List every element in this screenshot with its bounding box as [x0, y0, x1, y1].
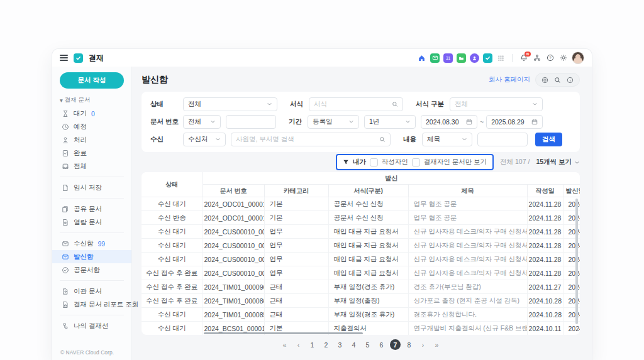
approval-icon[interactable]	[483, 53, 492, 63]
table-row[interactable]: 수신 대기2024_ODC01_000013기본공문서 수신 신청업무 협조 공…	[142, 197, 580, 211]
table-row[interactable]: 수신 대기2024_TIM01_000085근태부재 일정(경조 휴가)경조휴가…	[142, 308, 580, 322]
approver-checkbox-label[interactable]: 결재자인 문서만 보기	[424, 158, 487, 166]
cell-category: 근태	[264, 280, 328, 294]
table-row[interactable]: 수신 대기2024_CUS00010_000001업무매입 대금 지급 요청서신…	[142, 239, 580, 253]
author-checkbox-label[interactable]: 작성자인	[382, 158, 408, 166]
notification-bell-icon[interactable]: N	[519, 53, 528, 63]
sidebar-item-clock[interactable]: 예정	[52, 120, 131, 133]
date-to-field[interactable]: 2025.08.29	[486, 115, 543, 129]
org-chart-icon[interactable]	[532, 53, 541, 63]
cell-created-date: 2024.11.28	[527, 266, 563, 280]
table-row[interactable]: 수신 반송2024_ODC01_000013기본공문서 수신 신청업무 협조 공…	[142, 211, 580, 225]
page-button-1[interactable]: 1	[307, 339, 318, 350]
last-page-button[interactable]: »	[431, 339, 442, 350]
page-button-6[interactable]: 6	[376, 339, 387, 350]
sidebar-item-mail-send[interactable]: 발신함	[52, 250, 131, 263]
table-row[interactable]: 수신 접수 후 완료2024_TIM01_000086근태부재 일정(출장)싱가…	[142, 294, 580, 308]
sidebar-item-check-doc[interactable]: 완료	[52, 146, 131, 160]
search-button[interactable]: 검색	[535, 133, 562, 146]
sidebar-item-doc[interactable]: 임시 저장	[52, 181, 131, 194]
apps-grid-icon[interactable]	[496, 53, 506, 63]
svg-text:31: 31	[446, 56, 451, 60]
content-type-select[interactable]: 제목	[422, 133, 472, 146]
form-type-select[interactable]: 전체	[450, 97, 543, 111]
next-page-button[interactable]: ›	[418, 339, 428, 350]
page-size-select[interactable]: 15개씩 보기	[536, 158, 580, 166]
sidebar-item-stamp-circle[interactable]: 공문서함	[52, 263, 131, 276]
cell-doc-no: 2024_TIM01_000086	[203, 294, 264, 308]
search-icon[interactable]	[554, 77, 561, 84]
sidebar-item-label: 결재 문서 리포트 조회	[74, 300, 138, 309]
sidebar-item-tray[interactable]: 전체	[52, 160, 131, 173]
search-icon	[392, 101, 398, 107]
recipient-search-input[interactable]: 사원명, 부서명 검색	[231, 133, 391, 146]
sidebar-item-doc-share[interactable]: 공유 문서	[52, 202, 131, 215]
first-page-button[interactable]: «	[279, 339, 290, 350]
period-range-select[interactable]: 1년	[364, 115, 416, 129]
table-row[interactable]: 수신 대기2024_CUS00010_000001업무매입 대금 지급 요청서신…	[142, 253, 580, 266]
approver-checkbox[interactable]	[412, 158, 420, 166]
settings-gear-icon[interactable]	[558, 53, 568, 63]
sidebar-item-hourglass[interactable]: 대기0	[52, 107, 131, 120]
form-search-input[interactable]: 서식	[309, 97, 403, 111]
cell-category: 근태	[264, 308, 328, 322]
cell-title: 경조휴가 신청합니다.	[408, 308, 527, 322]
cell-form: 매입 대금 지급 요청서	[328, 225, 408, 239]
sidebar-item-label: 처리	[74, 136, 87, 145]
content-input[interactable]	[477, 133, 528, 146]
prev-page-button[interactable]: ‹	[293, 339, 304, 350]
sidebar-item-doc-view[interactable]: 열람 문서	[52, 215, 131, 229]
contacts-icon[interactable]	[470, 53, 479, 63]
page-button-2[interactable]: 2	[321, 339, 331, 350]
author-checkbox[interactable]	[370, 158, 378, 166]
notification-badge: N	[525, 52, 531, 57]
approval-app-logo-icon	[74, 53, 83, 63]
cell-title: 업무 협조 공문	[408, 211, 527, 225]
company-homepage-link[interactable]: 회사 홈페이지	[489, 75, 530, 84]
cell-status: 수신 반송	[142, 211, 203, 225]
cell-status: 수신 접수 후 완료	[142, 280, 203, 294]
recipient-type-select[interactable]: 수신처	[183, 133, 226, 146]
help-icon[interactable]: ?	[545, 53, 555, 63]
sidebar-divider	[60, 177, 124, 177]
date-from-field[interactable]: 2024.08.30	[421, 115, 477, 129]
compose-document-button[interactable]: 문서 작성	[60, 72, 124, 89]
mail-icon	[62, 240, 69, 248]
sidebar: 문서 작성 ▾결재 문서대기0예정처리완료전체임시 저장공유 문서열람 문서수신…	[52, 67, 132, 360]
doc-no-input[interactable]	[226, 115, 276, 129]
vertical-scrollbar[interactable]	[575, 199, 578, 324]
stamp-icon	[62, 136, 69, 144]
page-button-4[interactable]: 4	[348, 339, 359, 350]
sidebar-item-label: 수신함	[74, 239, 94, 248]
mail-icon[interactable]	[430, 53, 440, 63]
doc-no-type-select[interactable]: 전체	[183, 115, 221, 129]
menu-icon[interactable]	[60, 55, 68, 61]
page-button-5[interactable]: 5	[362, 339, 373, 350]
sidebar-item-approval-line[interactable]: 나의 결재선	[52, 319, 131, 332]
drive-icon[interactable]	[457, 53, 466, 63]
page-button-7[interactable]: 7	[390, 339, 401, 350]
period-type-select[interactable]: 등록일	[308, 115, 359, 129]
refresh-icon[interactable]	[541, 77, 548, 84]
filter-funnel-icon	[343, 159, 349, 165]
table-row[interactable]: 수신 대기2024_CUS00010_000001업무매입 대금 지급 요청서신…	[142, 225, 580, 239]
info-icon[interactable]	[567, 77, 574, 84]
sidebar-item-doc-report[interactable]: 결재 문서 리포트 조회	[52, 298, 131, 311]
form-type-filter-label: 서식 구분	[416, 100, 450, 109]
sidebar-divider	[60, 280, 124, 281]
sidebar-item-stamp[interactable]: 처리	[52, 133, 131, 146]
page-button-3[interactable]: 3	[335, 339, 345, 350]
table-row[interactable]: 수신 접수 후 완료2024_TIM01_000096근태부재 일정(경조 휴가…	[142, 280, 580, 294]
avatar[interactable]	[572, 52, 584, 64]
page-button-8[interactable]: 8	[404, 339, 414, 350]
sidebar-item-mail[interactable]: 수신함99	[52, 237, 131, 250]
cell-doc-no: 2024_ODC01_000013	[203, 197, 264, 211]
sidebar-item-doc-move[interactable]: 이관 문서	[52, 285, 131, 298]
page-title: 발신함	[142, 74, 168, 85]
horizontal-scrollbar[interactable]	[204, 332, 363, 334]
table-row[interactable]: 수신 접수 후 완료2024_CUS00010_000001업무매입 대금 지급…	[142, 266, 580, 280]
status-select[interactable]: 전체	[183, 97, 277, 111]
sidebar-section-approval-docs[interactable]: ▾결재 문서	[52, 91, 131, 107]
home-icon[interactable]	[417, 53, 426, 63]
calendar-icon[interactable]: 31	[443, 53, 453, 63]
